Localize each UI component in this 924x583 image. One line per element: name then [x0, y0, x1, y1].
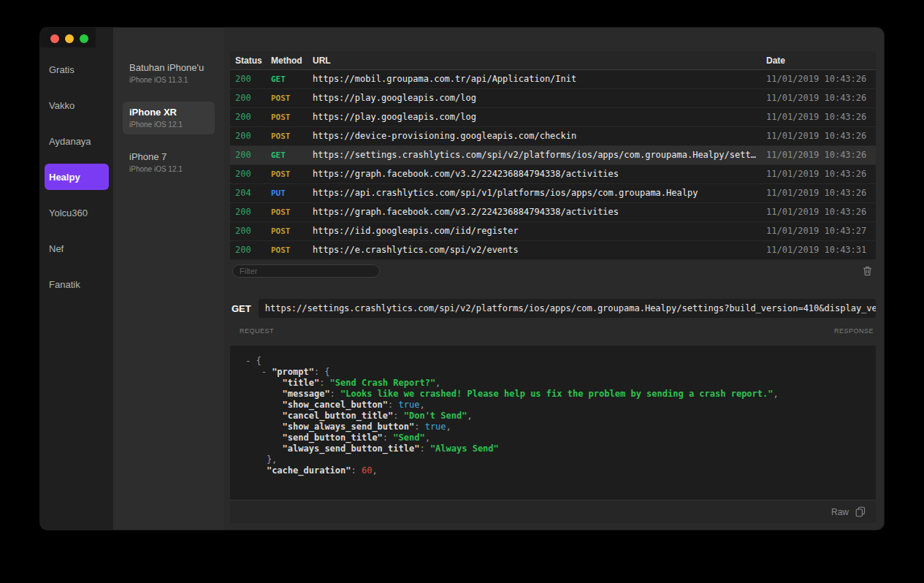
- row-method: POST: [271, 89, 313, 107]
- row-method: POST: [271, 127, 313, 145]
- row-status: 200: [230, 70, 271, 88]
- detail-method-label: GET: [230, 303, 251, 314]
- row-url: https://mobil.groupama.com.tr/api/Applic…: [313, 70, 766, 88]
- device-name: iPhone XR: [129, 107, 215, 118]
- code-line: },: [245, 454, 867, 465]
- viewer-footer: Raw: [230, 500, 876, 523]
- tab-group-labels: REQUEST RESPONSE: [240, 327, 874, 335]
- spacer: [230, 282, 876, 297]
- row-status: 200: [230, 108, 271, 126]
- table-header: Status Method URL Date: [230, 51, 876, 70]
- code-line: "message": "Looks like we crashed! Pleas…: [245, 389, 867, 400]
- project-item[interactable]: Gratis: [45, 56, 109, 83]
- code-line: "cache_duration": 60,: [245, 465, 867, 476]
- table-row[interactable]: 200 POST https://iid.googleapis.com/iid/…: [230, 222, 876, 241]
- row-status: 200: [230, 203, 271, 221]
- project-item[interactable]: Vakko: [45, 92, 109, 118]
- device-os: iPhone iOS 12.1: [129, 164, 215, 174]
- project-item[interactable]: Healpy: [45, 164, 109, 190]
- table-row[interactable]: 200 POST https://device-provisioning.goo…: [230, 127, 876, 146]
- column-header-url[interactable]: URL: [313, 51, 766, 69]
- project-item[interactable]: Aydanaya: [45, 128, 109, 154]
- app-window: Gratis Vakko Aydanaya Healpy Yolcu360 Ne…: [40, 28, 884, 530]
- row-status: 204: [230, 184, 271, 202]
- table-row[interactable]: 200 POST https://e.crashlytics.com/spi/v…: [230, 241, 876, 260]
- raw-toggle[interactable]: Raw: [831, 507, 849, 517]
- row-status: 200: [230, 127, 271, 145]
- window-body: Gratis Vakko Aydanaya Healpy Yolcu360 Ne…: [40, 28, 884, 530]
- row-method: POST: [271, 222, 313, 240]
- project-label: Healpy: [49, 172, 80, 183]
- row-url: https://play.googleapis.com/log: [313, 89, 766, 107]
- project-label: Yolcu360: [49, 207, 88, 218]
- row-url: https://e.crashlytics.com/spi/v2/events: [313, 241, 766, 259]
- minimize-button[interactable]: [65, 34, 74, 43]
- row-date: 11/01/2019 10:43:26: [766, 146, 876, 164]
- zoom-button[interactable]: [80, 34, 88, 43]
- devices-sidebar: Batuhan iPhone'u iPhone iOS 11.3.1 iPhon…: [113, 28, 224, 530]
- row-date: 11/01/2019 10:43:26: [766, 70, 876, 88]
- row-date: 11/01/2019 10:43:26: [766, 89, 876, 107]
- trash-icon[interactable]: [863, 266, 872, 276]
- row-date: 11/01/2019 10:43:31: [766, 241, 876, 259]
- request-summary: GET https://settings.crashlytics.com/spi…: [230, 297, 876, 319]
- column-header-date[interactable]: Date: [766, 51, 876, 69]
- row-method: GET: [271, 146, 313, 164]
- project-label: Nef: [49, 243, 64, 254]
- traffic-lights: [50, 34, 88, 43]
- table-row[interactable]: 204 PUT https://api.crashlytics.com/spi/…: [230, 184, 876, 203]
- project-label: Gratis: [49, 64, 75, 75]
- column-header-status[interactable]: Status: [230, 51, 271, 69]
- row-date: 11/01/2019 10:43:26: [766, 203, 876, 221]
- row-date: 11/01/2019 10:43:26: [766, 165, 876, 183]
- row-status: 200: [230, 222, 271, 240]
- copy-icon[interactable]: [855, 506, 866, 517]
- code-line: "always_send_button_title": "Always Send…: [245, 443, 867, 454]
- response-group-label: RESPONSE: [834, 327, 874, 335]
- row-url: https://graph.facebook.com/v3.2/22423688…: [313, 165, 766, 183]
- row-url: https://iid.googleapis.com/iid/register: [313, 222, 766, 240]
- table-row[interactable]: 200 GET https://settings.crashlytics.com…: [230, 146, 876, 165]
- column-header-method[interactable]: Method: [271, 51, 313, 69]
- row-url: https://play.googleapis.com/log: [313, 108, 766, 126]
- close-button[interactable]: [50, 34, 59, 43]
- row-method: PUT: [271, 184, 313, 202]
- row-date: 11/01/2019 10:43:26: [766, 108, 876, 126]
- row-method: POST: [271, 165, 313, 183]
- code-line: - {: [245, 356, 867, 367]
- project-item[interactable]: Yolcu360: [45, 199, 109, 226]
- project-label: Aydanaya: [49, 136, 91, 147]
- project-label: Vakko: [49, 100, 75, 111]
- code-line: - "prompt": {: [245, 367, 867, 378]
- tabs-block: REQUEST RESPONSE: [230, 319, 876, 346]
- row-status: 200: [230, 241, 271, 259]
- row-status: 200: [230, 146, 271, 164]
- device-name: Batuhan iPhone'u: [129, 62, 215, 74]
- main-panel: Status Method URL Date 200 GET https://m…: [224, 28, 884, 530]
- row-date: 11/01/2019 10:43:26: [766, 184, 876, 202]
- project-item[interactable]: Fanatik: [45, 271, 109, 297]
- row-url: https://settings.crashlytics.com/spi/v2/…: [313, 146, 766, 164]
- row-url: https://graph.facebook.com/v3.2/22423688…: [313, 203, 766, 221]
- project-item[interactable]: Nef: [45, 235, 109, 262]
- row-date: 11/01/2019 10:43:27: [766, 222, 876, 240]
- row-method: GET: [271, 70, 313, 88]
- response-body-viewer: - { - "prompt": { "title": "Send Crash R…: [230, 346, 876, 523]
- device-item[interactable]: Batuhan iPhone'u iPhone iOS 11.3.1: [123, 57, 215, 90]
- device-item[interactable]: iPhone XR iPhone iOS 12.1: [123, 102, 215, 134]
- filter-input[interactable]: [232, 264, 380, 278]
- filter-bar: [230, 260, 876, 282]
- body-viewer-code: - { - "prompt": { "title": "Send Crash R…: [230, 346, 876, 500]
- row-status: 200: [230, 89, 271, 107]
- table-row[interactable]: 200 GET https://mobil.groupama.com.tr/ap…: [230, 70, 876, 89]
- table-row[interactable]: 200 POST https://graph.facebook.com/v3.2…: [230, 203, 876, 222]
- table-row[interactable]: 200 POST https://play.googleapis.com/log…: [230, 108, 876, 127]
- code-line: "cancel_button_title": "Don't Send",: [245, 411, 867, 422]
- table-row[interactable]: 200 POST https://play.googleapis.com/log…: [230, 89, 876, 108]
- code-line: "title": "Send Crash Report?",: [245, 378, 867, 389]
- table-row[interactable]: 200 POST https://graph.facebook.com/v3.2…: [230, 165, 876, 184]
- device-item[interactable]: iPhone 7 iPhone iOS 12.1: [123, 146, 215, 179]
- row-method: POST: [271, 203, 313, 221]
- detail-url-field[interactable]: https://settings.crashlytics.com/spi/v2/…: [259, 299, 876, 318]
- device-os: iPhone iOS 11.3.1: [129, 75, 215, 85]
